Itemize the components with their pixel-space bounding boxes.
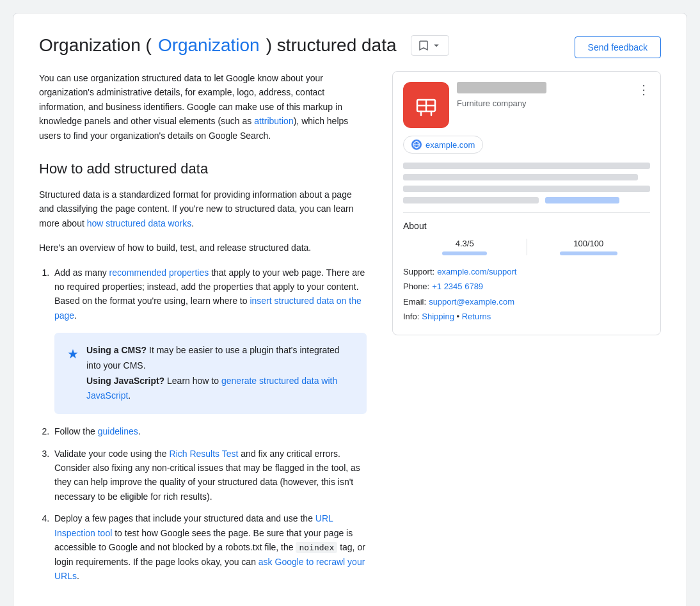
recrawl-link[interactable]: ask Google to recrawl your URLs: [54, 557, 365, 581]
kc-phone-value[interactable]: +1 2345 6789: [432, 279, 483, 294]
list-item-3: Validate your code using the Rich Result…: [52, 447, 367, 504]
kc-ratings: 4.3/5 100/100: [403, 239, 650, 255]
kc-line-3: [403, 186, 650, 192]
globe-svg: [413, 141, 420, 148]
list-item-4: Deploy a few pages that include your str…: [52, 511, 367, 583]
kc-subtitle: Furniture company: [457, 99, 630, 108]
kc-phone-label: Phone:: [403, 279, 429, 294]
kc-url-text: example.com: [426, 140, 475, 150]
globe-icon: [411, 140, 422, 150]
kc-line-4a: [403, 197, 539, 203]
list-item-2: Follow the guidelines.: [52, 424, 367, 438]
kc-shipping-link[interactable]: Shipping: [422, 312, 454, 321]
left-content: You can use organization structured data…: [39, 71, 367, 594]
chevron-down-icon: [431, 40, 442, 51]
how-structured-data-link[interactable]: how structured data works: [87, 218, 191, 228]
list-item-1: Add as many recommended properties that …: [52, 266, 367, 415]
title-suffix: ) structured data: [266, 34, 397, 57]
right-panel: Furniture company ⋮ example.com: [392, 71, 661, 594]
kc-phone-row: Phone: +1 2345 6789: [403, 279, 650, 294]
kc-placeholder-lines: [403, 163, 650, 203]
header-row: Organization (Organization) structured d…: [39, 34, 661, 58]
kc-separator: •: [454, 312, 462, 321]
kc-email-value[interactable]: support@example.com: [429, 294, 514, 309]
page-container: Organization (Organization) structured d…: [13, 13, 687, 606]
title-org-link[interactable]: Organization: [158, 34, 260, 57]
kc-support-row: Support: example.com/support: [403, 264, 650, 279]
bookmark-button[interactable]: [411, 35, 449, 56]
star-icon: ★: [67, 344, 79, 364]
kc-email-row: Email: support@example.com: [403, 294, 650, 309]
kc-logo: [403, 82, 449, 128]
content-wrapper: You can use organization structured data…: [39, 71, 661, 594]
how-to-heading: How to add structured data: [39, 161, 367, 177]
recommended-properties-link[interactable]: recommended properties: [109, 267, 209, 278]
kc-about-label: About: [403, 221, 650, 231]
kc-rating-1: 4.3/5: [403, 239, 527, 255]
rich-results-test-link[interactable]: Rich Results Test: [170, 449, 239, 459]
kc-line-1: [403, 163, 650, 169]
cms-info-box: ★ Using a CMS? It may be easier to use a…: [54, 333, 367, 414]
kc-rating-bar-2: [560, 251, 617, 255]
url-inspection-link[interactable]: URL Inspection tool: [54, 513, 333, 538]
intro-paragraph: You can use organization structured data…: [39, 71, 367, 143]
kc-divider: [403, 212, 650, 213]
overview-text: Here's an overview of how to build, test…: [39, 241, 367, 255]
insert-structured-data-link[interactable]: insert structured data on the page: [54, 296, 362, 320]
kc-title-block: Furniture company: [457, 82, 630, 108]
header-actions: Send feedback: [575, 36, 661, 58]
kc-rating-bar-1: [442, 251, 487, 255]
using-cms-bold: Using a CMS?: [86, 345, 147, 355]
attribution-link[interactable]: attribution: [254, 116, 293, 126]
steps-list: Add as many recommended properties that …: [52, 266, 367, 584]
kc-support-label: Support:: [403, 264, 434, 279]
kc-info-value: Shipping • Returns: [422, 309, 491, 324]
structured-data-intro: Structured data is a standardized format…: [39, 187, 367, 230]
kc-line-2: [403, 174, 638, 180]
furniture-icon: [412, 91, 440, 119]
kc-info-label: Info:: [403, 309, 419, 324]
kc-rating-score-2: 100/100: [534, 239, 644, 248]
kc-rating-score-1: 4.3/5: [410, 239, 520, 248]
title-prefix: Organization (: [39, 34, 152, 57]
kc-header: Furniture company ⋮: [403, 82, 650, 128]
knowledge-card: Furniture company ⋮ example.com: [392, 71, 661, 335]
noindex-code: noindex: [296, 542, 337, 553]
kc-email-label: Email:: [403, 294, 426, 309]
page-title: Organization (Organization) structured d…: [39, 34, 397, 57]
bookmark-icon: [418, 40, 429, 51]
kc-support-value[interactable]: example.com/support: [437, 264, 516, 279]
kc-line-4b: [545, 197, 619, 203]
kc-returns-link[interactable]: Returns: [462, 312, 491, 321]
kc-more-button[interactable]: ⋮: [637, 82, 650, 97]
guidelines-link[interactable]: guidelines: [98, 426, 138, 436]
using-js-bold: Using JavaScript?: [86, 376, 164, 386]
kc-rating-2: 100/100: [527, 239, 651, 255]
kc-line-row: [403, 197, 650, 203]
kc-name-placeholder: [457, 82, 546, 93]
kc-info-row: Info: Shipping • Returns: [403, 309, 650, 324]
cms-text-block: Using a CMS? It may be easier to use a p…: [86, 343, 354, 404]
send-feedback-button[interactable]: Send feedback: [575, 36, 661, 58]
kc-info-rows: Support: example.com/support Phone: +1 2…: [403, 264, 650, 324]
kc-url-chip[interactable]: example.com: [403, 136, 483, 154]
